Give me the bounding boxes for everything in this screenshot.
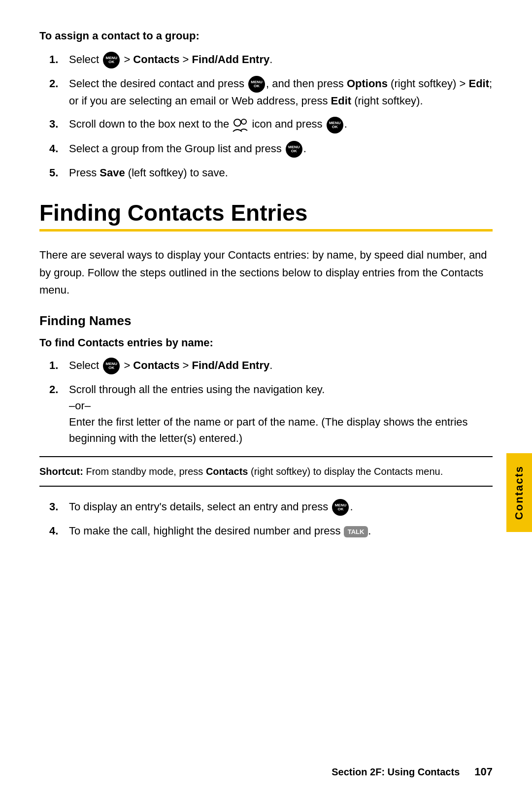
intro-step-5: 5. Press Save (left softkey) to save. bbox=[49, 165, 493, 181]
footer-section-label: Section 2F: Using Contacts bbox=[332, 766, 460, 778]
menu-icon: MENUOK bbox=[248, 76, 265, 93]
step-content: To display an entry's details, select an… bbox=[69, 499, 493, 516]
intro-step-4: 4. Select a group from the Group list an… bbox=[49, 140, 493, 158]
step-content: Press Save (left softkey) to save. bbox=[69, 165, 493, 181]
menu-icon: MENUOK bbox=[332, 499, 349, 516]
finding-names-steps: 1. Select MENUOK > Contacts > Find/Add E… bbox=[49, 357, 493, 446]
page: To assign a contact to a group: 1. Selec… bbox=[0, 0, 532, 798]
intro-step-2: 2. Select the desired contact and press … bbox=[49, 75, 493, 109]
subsection-title: Finding Names bbox=[39, 313, 493, 329]
shortcut-text: From standby mode, press bbox=[83, 466, 206, 477]
finding-names-subsection: Finding Names To find Contacts entries b… bbox=[39, 313, 493, 446]
shortcut-contacts: Contacts bbox=[206, 466, 248, 477]
step-num: 5. bbox=[49, 165, 63, 181]
find-step-2: 2. Scroll through all the entries using … bbox=[49, 381, 493, 446]
step-content: Select MENUOK > Contacts > Find/Add Entr… bbox=[69, 357, 493, 374]
talk-icon: TALK bbox=[344, 526, 368, 538]
yellow-divider bbox=[39, 229, 493, 232]
to-find-label: To find Contacts entries by name: bbox=[39, 336, 493, 349]
footer: Section 2F: Using Contacts 107 bbox=[39, 765, 493, 778]
shortcut-bold: Shortcut: bbox=[39, 466, 83, 477]
intro-steps-list: 1. Select MENUOK > Contacts > Find/Add E… bbox=[49, 51, 493, 181]
post-step-4: 4. To make the call, highlight the desir… bbox=[49, 523, 493, 539]
step-num: 1. bbox=[49, 357, 63, 373]
section-description: There are several ways to display your C… bbox=[39, 246, 493, 299]
group-icon bbox=[232, 118, 249, 133]
step-num: 2. bbox=[49, 381, 63, 398]
step-content: Scroll down to the box next to the icon … bbox=[69, 116, 493, 133]
step-content: Scroll through all the entries using the… bbox=[69, 381, 493, 446]
find-step-1: 1. Select MENUOK > Contacts > Find/Add E… bbox=[49, 357, 493, 374]
section-title: Finding Contacts Entries bbox=[39, 200, 493, 226]
svg-point-0 bbox=[234, 119, 241, 126]
step-content: To make the call, highlight the desired … bbox=[69, 523, 493, 539]
intro-section: To assign a contact to a group: 1. Selec… bbox=[39, 30, 493, 181]
menu-icon: MENUOK bbox=[286, 141, 302, 158]
shortcut-after: (right softkey) to display the Contacts … bbox=[248, 466, 443, 477]
shortcut-box: Shortcut: From standby mode, press Conta… bbox=[39, 456, 493, 487]
step-content: Select a group from the Group list and p… bbox=[69, 140, 493, 158]
post-step-3: 3. To display an entry's details, select… bbox=[49, 499, 493, 516]
or-line: –or– bbox=[69, 399, 91, 412]
step-content: Select the desired contact and press MEN… bbox=[69, 75, 493, 109]
intro-step-3: 3. Scroll down to the box next to the ic… bbox=[49, 116, 493, 133]
menu-icon: MENUOK bbox=[327, 117, 343, 133]
post-shortcut-steps: 3. To display an entry's details, select… bbox=[49, 499, 493, 539]
step-num: 2. bbox=[49, 75, 63, 92]
footer-page-num: 107 bbox=[474, 765, 493, 778]
intro-step-1: 1. Select MENUOK > Contacts > Find/Add E… bbox=[49, 51, 493, 68]
step-num: 4. bbox=[49, 523, 63, 539]
menu-icon: MENUOK bbox=[103, 52, 120, 68]
step-num: 1. bbox=[49, 51, 63, 67]
menu-icon: MENUOK bbox=[103, 358, 120, 374]
assign-label: To assign a contact to a group: bbox=[39, 30, 493, 42]
svg-point-1 bbox=[241, 119, 246, 124]
step-content: Select MENUOK > Contacts > Find/Add Entr… bbox=[69, 51, 493, 68]
side-tab: Contacts bbox=[506, 453, 532, 532]
step-num: 3. bbox=[49, 499, 63, 515]
side-tab-label: Contacts bbox=[513, 466, 526, 520]
step-num: 4. bbox=[49, 140, 63, 157]
step-num: 3. bbox=[49, 116, 63, 132]
